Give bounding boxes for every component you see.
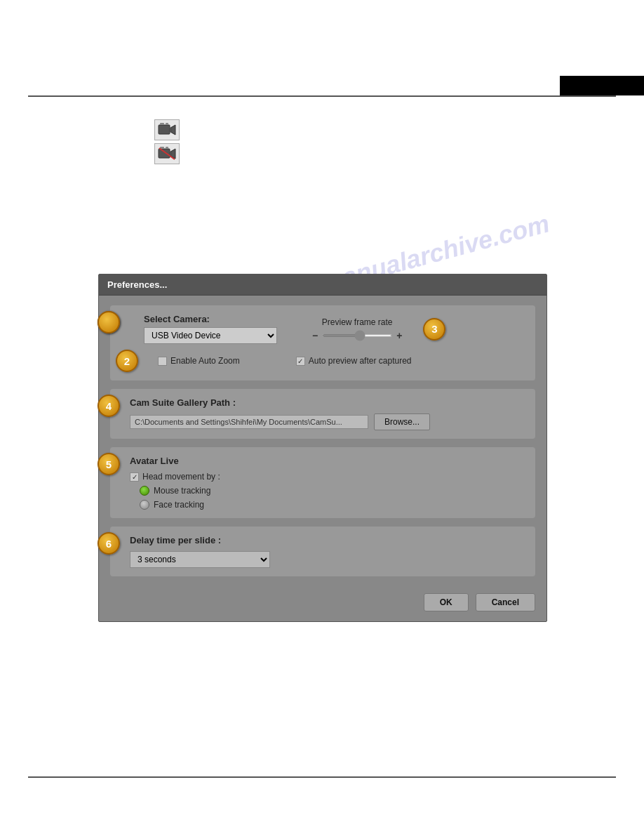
cancel-button[interactable]: Cancel (476, 593, 535, 611)
delay-content: 1 second 2 seconds 3 seconds 4 seconds 5… (130, 551, 525, 568)
autopreview-checkbox[interactable]: ✓ (296, 357, 305, 366)
camera-off-icon[interactable] (154, 143, 180, 164)
camera-row: Select Camera: USB Video Device Preview … (144, 314, 525, 344)
bottom-rule (28, 776, 616, 778)
slider-minus-icon: − (312, 330, 318, 341)
face-tracking-radio[interactable] (140, 500, 149, 510)
camera-group: Select Camera: USB Video Device (144, 314, 277, 344)
ok-button[interactable]: OK (424, 593, 469, 611)
delay-select[interactable]: 1 second 2 seconds 3 seconds 4 seconds 5… (130, 551, 270, 568)
autozoom-text: Enable Auto Zoom (170, 356, 240, 366)
autozoom-label[interactable]: Enable Auto Zoom (158, 356, 240, 366)
delay-label: Delay time per slide : (130, 535, 525, 545)
framerate-group: Preview frame rate − + (312, 317, 402, 341)
autozoom-checkbox[interactable] (158, 357, 167, 366)
section-delay: 6 Delay time per slide : 1 second 2 seco… (110, 527, 535, 576)
svg-rect-3 (166, 123, 168, 125)
svg-rect-0 (159, 125, 170, 134)
svg-rect-7 (166, 147, 168, 149)
top-bar (560, 76, 644, 95)
avatar-live-title: Avatar Live (130, 456, 525, 466)
head-movement-label[interactable]: ✓ Head movement by : (130, 472, 525, 482)
head-movement-checkbox[interactable]: ✓ (130, 472, 139, 482)
badge-2: 2 (116, 350, 138, 372)
dialog-body: 1 Select Camera: USB Video Device Previe… (99, 296, 546, 586)
camera-on-icon[interactable] (154, 119, 180, 140)
icons-area (154, 119, 180, 164)
mouse-tracking-radio[interactable] (140, 486, 149, 496)
avatar-content: ✓ Head movement by : Mouse tracking Face… (130, 472, 525, 510)
section-avatar: 5 Avatar Live ✓ Head movement by : Mouse… (110, 447, 535, 518)
dialog-title: Preferences... (99, 274, 546, 296)
top-rule (28, 95, 616, 97)
slider-plus-icon: + (396, 330, 402, 341)
gallery-label: Cam Suite Gallery Path : (130, 397, 525, 408)
autopreview-text: Auto preview after captured (309, 356, 412, 366)
badge-5: 5 (98, 453, 120, 475)
face-tracking-label: Face tracking (154, 500, 204, 510)
autopreview-label[interactable]: ✓ Auto preview after captured (296, 356, 412, 366)
svg-rect-4 (159, 149, 170, 158)
preferences-dialog: Preferences... 1 Select Camera: USB Vide… (98, 274, 547, 622)
head-movement-text: Head movement by : (142, 472, 220, 482)
mouse-tracking-label: Mouse tracking (154, 486, 210, 496)
dialog-footer: OK Cancel (99, 586, 546, 621)
slider-row: − + (312, 330, 402, 341)
badge-4: 4 (98, 395, 120, 417)
camera-select[interactable]: USB Video Device (144, 327, 277, 344)
svg-marker-1 (170, 125, 175, 135)
camera-select-wrapper: USB Video Device (144, 327, 277, 344)
framerate-label: Preview frame rate (322, 317, 393, 327)
svg-rect-2 (160, 123, 164, 125)
gallery-path-input[interactable] (130, 415, 368, 429)
camera-label: Select Camera: (144, 314, 277, 324)
section-camera: 1 Select Camera: USB Video Device Previe… (110, 305, 535, 380)
badge-2-placeholder (98, 311, 120, 333)
badge-3: 3 (423, 318, 445, 340)
browse-button[interactable]: Browse... (374, 413, 430, 430)
badge-6: 6 (98, 532, 120, 555)
framerate-slider[interactable] (322, 334, 392, 337)
autozoom-row: 2 Enable Auto Zoom ✓ Auto preview after … (144, 350, 525, 372)
mouse-tracking-item[interactable]: Mouse tracking (140, 486, 525, 496)
face-tracking-item[interactable]: Face tracking (140, 500, 525, 510)
section-gallery: 4 Cam Suite Gallery Path : Browse... (110, 389, 535, 439)
path-row: Browse... (130, 413, 525, 430)
